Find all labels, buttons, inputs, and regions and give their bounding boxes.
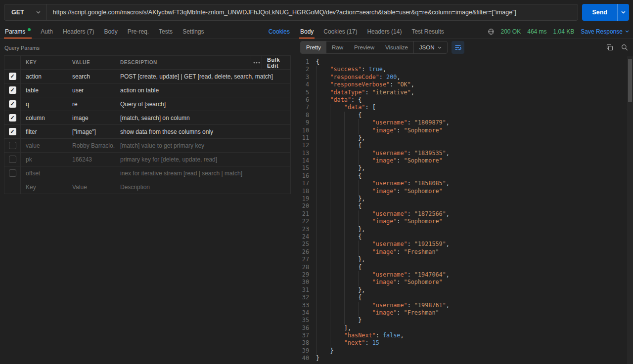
param-value-cell[interactable]: 166243 [67, 153, 115, 166]
view-tab-visualize[interactable]: Visualize [380, 41, 413, 53]
param-description-cell[interactable]: Query of [search] [115, 97, 290, 111]
request-tab-body[interactable]: Body [99, 25, 122, 38]
code-token: { [358, 233, 362, 240]
response-tab-cookies-17[interactable]: Cookies (17) [318, 25, 362, 38]
param-key-cell[interactable]: q [20, 97, 67, 111]
code-token: "1998761" [414, 302, 446, 309]
send-button[interactable]: Send [582, 4, 617, 21]
code-text: }, [316, 256, 633, 263]
response-tab-body[interactable]: Body [299, 25, 318, 38]
view-tab-preview[interactable]: Preview [349, 41, 380, 53]
code-text: } [316, 355, 633, 362]
indent-guide [316, 347, 330, 355]
code-line: 16{ [295, 172, 633, 180]
param-value-cell[interactable]: re [67, 97, 115, 111]
param-description-cell[interactable]: primary key for [delete, update, read] [115, 153, 290, 166]
code-line: 34"image": "Freshman" [295, 309, 633, 317]
request-tab-headers-7[interactable]: Headers (7) [58, 25, 99, 38]
param-key-cell[interactable]: table [20, 83, 67, 97]
indent-guide [344, 112, 358, 119]
code-text: "username": "1839535", [316, 150, 633, 157]
param-value-cell[interactable] [67, 166, 115, 180]
param-enabled-checkbox[interactable] [9, 86, 16, 94]
globe-icon[interactable] [488, 28, 495, 35]
tab-label: Test Results [411, 28, 444, 35]
param-value-cell[interactable]: Robby Barraclo... [67, 139, 115, 152]
param-value-cell[interactable]: image [67, 111, 115, 124]
send-button-group: Send [582, 4, 629, 21]
param-description-cell[interactable]: [match, search] on column [115, 111, 290, 124]
param-description-cell[interactable]: action on table [115, 83, 290, 97]
more-actions-icon[interactable] [251, 56, 262, 69]
indent-guide [330, 119, 344, 126]
param-enabled-checkbox[interactable] [9, 142, 16, 149]
scrollbar-thumb[interactable] [628, 59, 632, 102]
param-key-cell[interactable]: pk [20, 153, 67, 166]
indent-guide [330, 324, 344, 332]
view-tab-raw[interactable]: Raw [326, 41, 349, 53]
request-tabs: ParamsAuthHeaders (7)BodyPre-req.TestsSe… [4, 25, 209, 38]
url-input[interactable]: https://script.google.com/macros/s/AKfyc… [47, 4, 578, 20]
request-tab-params[interactable]: Params [4, 25, 36, 38]
param-value-input[interactable]: Value [67, 180, 115, 194]
chevron-down-icon [625, 30, 629, 33]
copy-icon[interactable] [606, 44, 613, 51]
param-enabled-checkbox[interactable] [9, 114, 16, 121]
param-key-cell[interactable]: filter [20, 125, 67, 138]
indent-guide [330, 226, 344, 233]
bulk-edit-button[interactable]: Bulk Edit [262, 56, 290, 69]
response-tab-test-results[interactable]: Test Results [407, 25, 449, 38]
save-response-button[interactable]: Save Response [581, 28, 629, 35]
code-token: "data" [330, 96, 351, 103]
scrollbar-track[interactable] [627, 56, 633, 364]
indent-guide [316, 142, 330, 149]
param-key-input[interactable]: Key [20, 180, 67, 194]
request-tab-tests[interactable]: Tests [154, 25, 178, 38]
param-value-cell[interactable]: ["image"] [67, 125, 115, 138]
send-options-button[interactable] [617, 4, 629, 21]
indent-guide [344, 202, 358, 210]
request-tab-settings[interactable]: Settings [178, 25, 209, 38]
param-description-input[interactable]: Description [115, 180, 290, 194]
cookies-link[interactable]: Cookies [269, 28, 291, 35]
param-value-cell[interactable]: user [67, 83, 115, 97]
param-description-cell[interactable]: [match] value to get primary key [115, 139, 290, 152]
code-token: "Sophomore" [404, 218, 443, 225]
param-description-cell[interactable]: POST [create, update] | GET [read, delet… [115, 70, 290, 83]
indent-guide [330, 218, 344, 225]
line-number: 2 [295, 66, 316, 73]
request-tab-pre-req[interactable]: Pre-req. [123, 25, 154, 38]
param-enabled-checkbox[interactable] [9, 169, 16, 177]
request-tab-auth[interactable]: Auth [36, 25, 58, 38]
code-token: : [397, 218, 404, 225]
indent-guide [344, 302, 358, 309]
response-size: 1.04 KB [553, 28, 575, 35]
param-value-cell[interactable]: search [67, 70, 115, 83]
param-key-cell[interactable]: offset [20, 166, 67, 180]
param-checkbox-cell [4, 70, 20, 83]
code-line: 5"dataType": "iterative", [295, 89, 633, 96]
response-tab-headers-14[interactable]: Headers (14) [362, 25, 407, 38]
search-icon[interactable] [621, 44, 628, 51]
wrap-text-icon[interactable] [452, 41, 464, 54]
param-enabled-checkbox[interactable] [9, 73, 16, 80]
param-key-cell[interactable]: action [20, 70, 67, 83]
code-line: 40} [295, 355, 633, 362]
language-select[interactable]: JSON [413, 41, 448, 53]
param-description-cell[interactable]: inex for iterative stream [read | search… [115, 166, 290, 180]
param-enabled-checkbox[interactable] [9, 128, 16, 135]
line-number: 32 [295, 294, 316, 301]
view-tab-pretty[interactable]: Pretty [301, 41, 326, 53]
param-enabled-checkbox[interactable] [9, 100, 16, 108]
param-description-cell[interactable]: show data from these columns only [115, 125, 290, 138]
indent-guide [330, 264, 344, 271]
method-label: GET [11, 9, 24, 16]
param-key-cell[interactable]: column [20, 111, 67, 124]
method-select[interactable]: GET [4, 4, 47, 20]
param-enabled-checkbox[interactable] [9, 156, 16, 163]
indent-guide [344, 195, 358, 202]
param-key-cell[interactable]: value [20, 139, 67, 152]
indent-guide [344, 134, 358, 142]
line-number: 39 [295, 347, 316, 355]
response-meta: 200 OK 464 ms 1.04 KB Save Response [488, 28, 630, 35]
